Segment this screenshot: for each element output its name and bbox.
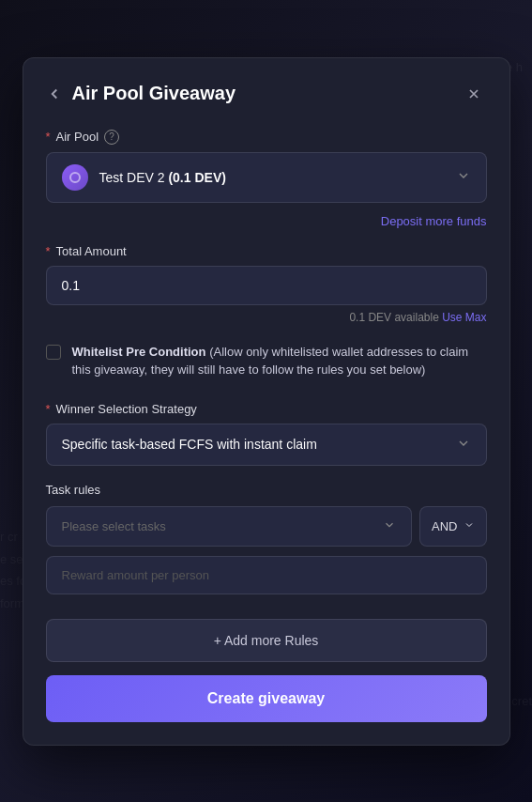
modal-title: Air Pool Giveaway	[72, 83, 461, 104]
air-pool-field: * Air Pool ? Test DEV 2 (0.1 DEV) Depo	[46, 130, 487, 229]
task-select[interactable]: Please select tasks	[46, 506, 413, 547]
task-chevron-icon	[383, 518, 396, 534]
help-icon-pool[interactable]: ?	[104, 130, 119, 145]
chevron-down-icon	[456, 168, 471, 186]
create-giveaway-button[interactable]: Create giveaway	[46, 675, 487, 722]
total-amount-label: * Total Amount	[46, 244, 487, 258]
whitelist-label: Whitelist Pre Condition (Allow only whit…	[72, 343, 487, 379]
and-label: AND	[432, 519, 457, 533]
back-button[interactable]	[46, 85, 63, 102]
winner-strategy-label: * Winner Selection Strategy	[46, 402, 487, 416]
close-button[interactable]	[461, 81, 487, 107]
required-star-strategy: *	[46, 402, 51, 416]
available-text: 0.1 DEV available Use Max	[46, 311, 487, 324]
total-amount-input[interactable]	[46, 266, 487, 305]
pool-icon	[62, 164, 88, 191]
create-giveaway-label: Create giveaway	[207, 690, 325, 706]
air-pool-select[interactable]: Test DEV 2 (0.1 DEV)	[46, 152, 487, 203]
task-rules-section: Task rules Please select tasks AND	[46, 483, 487, 604]
task-select-placeholder: Please select tasks	[62, 519, 384, 533]
pool-name-text: Test DEV 2 (0.1 DEV)	[99, 170, 456, 185]
whitelist-checkbox[interactable]	[46, 345, 61, 360]
use-max-link[interactable]: Use Max	[442, 311, 486, 324]
task-rules-label: Task rules	[46, 483, 487, 497]
reward-amount-input[interactable]	[46, 556, 487, 594]
winner-strategy-select[interactable]: Specific task-based FCFS with instant cl…	[46, 424, 487, 466]
deposit-link-row: Deposit more funds	[46, 212, 487, 229]
add-more-rules-button[interactable]: + Add more Rules	[46, 619, 487, 662]
and-select[interactable]: AND	[419, 506, 486, 547]
task-row: Please select tasks AND	[46, 506, 487, 547]
modal-container: Air Pool Giveaway * Air Pool ? Test DEV …	[23, 57, 510, 746]
add-rules-label: + Add more Rules	[214, 633, 319, 648]
required-star-pool: *	[46, 130, 51, 144]
total-amount-field: * Total Amount 0.1 DEV available Use Max	[46, 244, 487, 324]
winner-strategy-field: * Winner Selection Strategy Specific tas…	[46, 402, 487, 466]
modal-header: Air Pool Giveaway	[46, 81, 487, 107]
strategy-selected-text: Specific task-based FCFS with instant cl…	[62, 437, 456, 452]
required-star-amount: *	[46, 244, 51, 258]
strategy-chevron-icon	[456, 436, 471, 454]
and-chevron-icon	[464, 519, 475, 533]
air-pool-label: * Air Pool ?	[46, 130, 487, 145]
whitelist-row: Whitelist Pre Condition (Allow only whit…	[46, 339, 487, 383]
deposit-more-link[interactable]: Deposit more funds	[381, 214, 487, 228]
